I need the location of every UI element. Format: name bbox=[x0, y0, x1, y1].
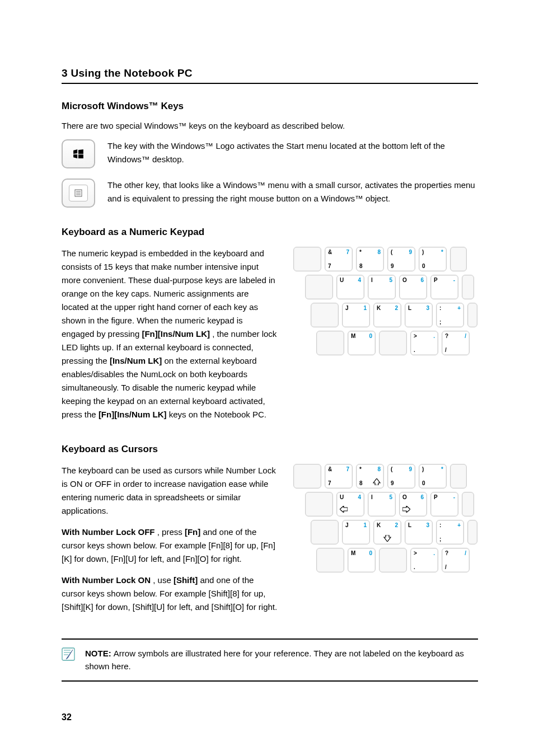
kb-c-row-2: U4 I5 O6 P- bbox=[293, 492, 478, 516]
note-block: NOTE: Arrow symbols are illustrated here… bbox=[62, 638, 478, 682]
kb-key-colon: :+; bbox=[436, 303, 464, 327]
numeric-keycombo-3: [Fn][Ins/Num LK] bbox=[99, 410, 167, 419]
kb-row-2: U4 I5 O6 P- bbox=[293, 275, 478, 299]
kb-key-M: M0 bbox=[348, 331, 376, 355]
arrow-left-icon bbox=[340, 506, 348, 514]
kb-row-4: M0 >.. ?// bbox=[293, 331, 478, 355]
kb-key-c0: )*0 bbox=[419, 464, 447, 489]
cursor-p3: With Number Lock ON , use [Shift] and on… bbox=[62, 574, 278, 614]
kb-key-cK: K2 bbox=[373, 520, 401, 544]
numeric-keycombo-1: [Fn][Ins/Num LK] bbox=[142, 329, 210, 339]
kb-blank bbox=[467, 303, 477, 327]
kb-key-U: U4 bbox=[336, 275, 364, 299]
context-menu-icon bbox=[74, 189, 82, 197]
windows-logo-icon bbox=[73, 149, 83, 158]
kb-key-K: K2 bbox=[373, 303, 401, 327]
kb-row-1: &77 *88 (99 )*0 bbox=[293, 247, 478, 271]
note-text-span: Arrow symbols are illustrated here for y… bbox=[85, 649, 464, 671]
kb-blank bbox=[293, 247, 321, 271]
cursor-p1: The keyboard can be used as cursors whil… bbox=[62, 464, 278, 518]
note-icon bbox=[62, 647, 75, 661]
kb-key-8: *88 bbox=[356, 247, 384, 271]
kb-blank bbox=[311, 303, 339, 327]
kb-blank bbox=[311, 520, 339, 544]
kb-c-row-4: M0 >.. ?// bbox=[293, 548, 478, 572]
windows-key-desc: The key with the Windows™ Logo activates… bbox=[107, 139, 478, 166]
kb-blank bbox=[305, 492, 333, 516]
kb-blank bbox=[450, 247, 467, 271]
kb-key-J: J1 bbox=[342, 303, 370, 327]
kb-key-c9: (99 bbox=[387, 464, 415, 489]
context-menu-inner bbox=[69, 185, 88, 201]
kb-key-cM: M0 bbox=[348, 548, 376, 572]
context-menu-key-desc: The other key, that looks like a Windows… bbox=[107, 179, 478, 205]
kb-blank bbox=[316, 331, 344, 355]
section-cursors: Keyboard as Cursors The keyboard can be … bbox=[62, 444, 478, 622]
kb-blank bbox=[379, 548, 407, 572]
kb-blank bbox=[305, 275, 333, 299]
kb-key-slash: ?// bbox=[442, 331, 470, 355]
arrow-up-icon bbox=[373, 478, 381, 486]
kb-blank bbox=[293, 464, 321, 489]
cursor-p3-key: [Shift] bbox=[174, 575, 198, 585]
kb-blank bbox=[450, 464, 467, 489]
kb-key-c8: *88 bbox=[356, 464, 384, 489]
kb-row-3: J1 K2 L3 :+; bbox=[293, 303, 478, 327]
cursor-text: The keyboard can be used as cursors whil… bbox=[62, 464, 278, 622]
windows-key-cap bbox=[62, 139, 95, 168]
kb-key-ccolon: :+; bbox=[436, 520, 464, 544]
ms-keys-intro: There are two special Windows™ keys on t… bbox=[62, 121, 478, 130]
context-menu-key-row: The other key, that looks like a Windows… bbox=[62, 179, 478, 208]
numeric-block: The numeric keypad is embedded in the ke… bbox=[62, 247, 478, 429]
cursor-p3-bold: With Number Lock ON bbox=[62, 575, 151, 585]
kb-key-0: )*0 bbox=[419, 247, 447, 271]
kb-key-7: &77 bbox=[325, 247, 353, 271]
kb-blank bbox=[379, 331, 407, 355]
kb-c-row-3: J1 K2 L3 :+; bbox=[293, 520, 478, 544]
numeric-text: The numeric keypad is embedded in the ke… bbox=[62, 247, 278, 429]
kb-key-cL: L3 bbox=[405, 520, 433, 544]
note-text: NOTE: Arrow symbols are illustrated here… bbox=[85, 647, 478, 673]
cursor-keypad-illustration: &77 *88 (99 )*0 U4 bbox=[293, 464, 478, 576]
section-ms-keys: Microsoft Windows™ Keys There are two sp… bbox=[62, 101, 478, 208]
numeric-paragraph: The numeric keypad is embedded in the ke… bbox=[62, 247, 278, 421]
kb-key-cperiod: >.. bbox=[410, 548, 438, 572]
cursor-p2-span1: , press bbox=[157, 527, 185, 537]
kb-key-c7: &77 bbox=[325, 464, 353, 489]
kb-key-cO: O6 bbox=[399, 492, 427, 516]
numeric-keycombo-2: [Ins/Num LK] bbox=[110, 356, 162, 365]
cursor-p2: With Number Lock OFF , press [Fn] and on… bbox=[62, 525, 278, 566]
windows-key-row: The key with the Windows™ Logo activates… bbox=[62, 139, 478, 168]
arrow-right-icon bbox=[402, 506, 410, 514]
kb-blank bbox=[316, 548, 344, 572]
cursor-block: The keyboard can be used as cursors whil… bbox=[62, 464, 478, 622]
kb-key-cI: I5 bbox=[368, 492, 396, 516]
section-numeric-keypad: Keyboard as a Numeric Keypad The numeric… bbox=[62, 227, 478, 429]
kb-key-cslash: ?// bbox=[442, 548, 470, 572]
section-title-cursors: Keyboard as Cursors bbox=[62, 444, 478, 455]
page-number: 32 bbox=[62, 712, 72, 722]
context-menu-key-cap bbox=[62, 179, 95, 208]
kb-key-9: (99 bbox=[387, 247, 415, 271]
document-page: 3 Using the Notebook PC Microsoft Window… bbox=[0, 0, 534, 756]
kb-key-I: I5 bbox=[368, 275, 396, 299]
kb-blank bbox=[467, 520, 477, 544]
numeric-kb: &77 *88 (99 )*0 U4 I5 O6 P- bbox=[293, 247, 478, 355]
kb-blank bbox=[462, 275, 474, 299]
cursor-kb: &77 *88 (99 )*0 U4 bbox=[293, 464, 478, 572]
kb-key-P: P- bbox=[430, 275, 458, 299]
page-header: 3 Using the Notebook PC bbox=[62, 67, 478, 84]
section-title-numeric: Keyboard as a Numeric Keypad bbox=[62, 227, 478, 238]
cursor-p2-key: [Fn] bbox=[185, 527, 200, 537]
numeric-keypad-illustration: &77 *88 (99 )*0 U4 I5 O6 P- bbox=[293, 247, 478, 359]
kb-blank bbox=[462, 492, 474, 516]
numeric-p-span1: The numeric keypad is embedded in the ke… bbox=[62, 248, 275, 339]
kb-key-period: >.. bbox=[410, 331, 438, 355]
numeric-p-span4: keys on the Notebook PC. bbox=[169, 410, 266, 419]
cursor-p3-span1: , use bbox=[153, 575, 174, 585]
kb-key-cU: U4 bbox=[336, 492, 364, 516]
arrow-down-icon bbox=[383, 535, 391, 543]
kb-key-L: L3 bbox=[405, 303, 433, 327]
cursor-p2-bold: With Number Lock OFF bbox=[62, 527, 155, 537]
kb-key-cJ: J1 bbox=[342, 520, 370, 544]
